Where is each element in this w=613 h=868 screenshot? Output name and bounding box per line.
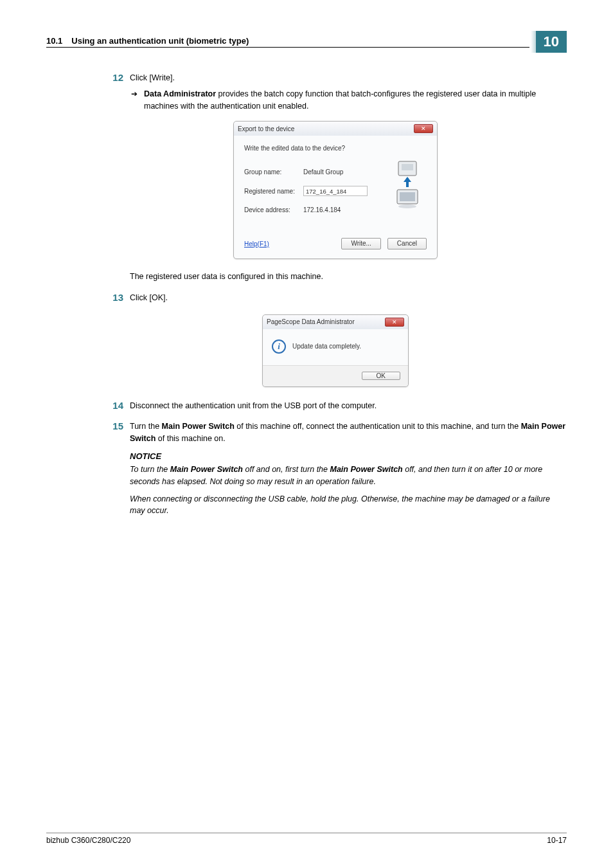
step-15-text: Turn the Main Power Switch of this machi…	[130, 419, 567, 445]
group-name-label: Group name:	[244, 167, 303, 177]
device-transfer-icon	[392, 159, 423, 212]
dialog2-message: Update data completely.	[292, 341, 361, 351]
cancel-button[interactable]: Cancel	[387, 238, 427, 249]
arrow-icon: ➔	[131, 88, 138, 113]
step-number-15: 15	[104, 419, 123, 445]
notice-text-1: To turn the Main Power Switch off and on…	[130, 464, 567, 488]
step-13-text: Click [OK].	[130, 291, 567, 305]
step-number-14: 14	[104, 399, 123, 413]
device-address-label: Device address:	[244, 205, 303, 215]
step-number-12: 12	[104, 71, 123, 112]
group-name-value: Default Group	[303, 167, 343, 177]
close-icon[interactable]: ✕	[385, 318, 404, 327]
step-12-result: The registered user data is configured i…	[130, 271, 567, 283]
info-icon: i	[272, 339, 286, 354]
svg-point-4	[398, 204, 416, 208]
close-icon[interactable]: ✕	[414, 124, 433, 133]
footer-page: 10-17	[547, 836, 567, 845]
step-number-13: 13	[104, 291, 123, 305]
step-12-text: Click [Write].	[130, 72, 567, 84]
ok-button[interactable]: OK	[362, 372, 400, 380]
update-complete-dialog: PageScope Data Administrator ✕ i Update …	[262, 314, 409, 387]
notice-text-2: When connecting or disconnecting the USB…	[130, 493, 567, 518]
svg-rect-3	[400, 192, 415, 201]
export-dialog: Export to the device ✕ Write the edited …	[233, 121, 438, 259]
device-address-value: 172.16.4.184	[303, 205, 341, 215]
registered-name-value: 172_16_4_184	[303, 186, 368, 196]
svg-rect-1	[402, 164, 413, 170]
section-title: Using an authentication unit (biometric …	[71, 36, 249, 46]
chapter-badge: 10	[536, 31, 567, 53]
step-12-subtext: Data Administrator provides the batch co…	[144, 88, 567, 113]
step-14-text: Disconnect the authentication unit from …	[130, 399, 567, 413]
dialog2-title: PageScope Data Administrator	[267, 317, 355, 327]
help-link[interactable]: Help(F1)	[244, 239, 269, 249]
footer-product: bizhub C360/C280/C220	[46, 836, 130, 845]
notice-title: NOTICE	[130, 450, 567, 463]
dialog1-title: Export to the device	[238, 124, 294, 134]
write-button[interactable]: Write...	[341, 238, 380, 249]
dialog1-question: Write the edited data to the device?	[244, 143, 427, 153]
section-number: 10.1	[46, 36, 62, 46]
registered-name-label: Registered name:	[244, 186, 303, 196]
